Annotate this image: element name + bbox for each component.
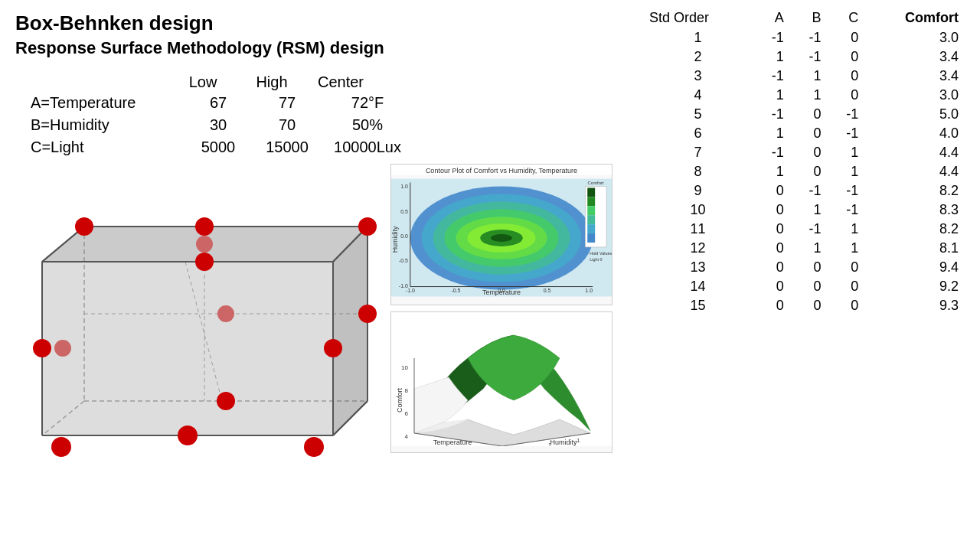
param-center-temp: 72°F <box>322 94 413 112</box>
contour-plot-svg: Temperature Humidity -1.0 -0.5 0.0 0.5 1… <box>391 175 612 300</box>
param-label-temp: A=Temperature <box>31 94 184 112</box>
table-row: 11 0 -1 1 8.2 <box>643 220 965 239</box>
table-row: 14 0 0 0 9.2 <box>643 277 965 296</box>
param-high-temp: 77 <box>253 94 322 112</box>
svg-text:0.5: 0.5 <box>400 209 408 214</box>
svg-text:Temperature: Temperature <box>433 439 472 446</box>
svg-point-34 <box>75 217 93 236</box>
surface-plot-container: 4 6 8 10 Comfort Temperature Humidity -1… <box>390 311 612 453</box>
svg-text:1: 1 <box>548 442 551 446</box>
subtitle-bold: design <box>330 38 384 57</box>
cell-b: 0 <box>790 296 828 315</box>
cell-comfort: 5.0 <box>864 105 965 124</box>
table-row: 2 1 -1 0 3.4 <box>643 47 965 67</box>
cell-b: 0 <box>790 143 828 162</box>
cell-comfort: 9.2 <box>864 277 965 296</box>
cell-c: 0 <box>827 47 864 67</box>
cell-c: 1 <box>827 162 864 181</box>
cell-std: 15 <box>643 296 753 315</box>
cell-std: 2 <box>643 47 753 67</box>
svg-point-38 <box>54 340 71 357</box>
cell-c: 0 <box>827 277 864 296</box>
param-low-light: 5000 <box>184 139 253 156</box>
table-row: 10 0 1 -1 8.3 <box>643 201 965 220</box>
svg-text:1.0: 1.0 <box>585 289 593 294</box>
table-row: 7 -1 0 1 4.4 <box>643 143 965 162</box>
cell-std: 12 <box>643 239 753 258</box>
svg-point-33 <box>51 437 71 457</box>
cell-b: -1 <box>790 220 828 239</box>
cell-std: 3 <box>643 67 753 86</box>
cell-c: 0 <box>827 67 864 86</box>
svg-text:-0.5: -0.5 <box>399 258 408 263</box>
param-low-hum: 30 <box>184 116 253 134</box>
param-center-hum: 50% <box>322 116 413 134</box>
svg-point-39 <box>324 339 342 357</box>
main-container: Box-Behnken design Response Surface Meth… <box>0 0 980 551</box>
svg-point-29 <box>195 253 214 271</box>
cell-c: 1 <box>827 239 864 258</box>
cell-b: 0 <box>790 162 828 181</box>
table-row: 6 1 0 -1 4.0 <box>643 124 965 143</box>
cell-comfort: 3.0 <box>864 28 965 47</box>
params-table: Low High Center A=Temperature 67 77 72°F… <box>31 73 612 156</box>
subtitle-normal: Response Surface Methodology (RSM) <box>15 38 330 57</box>
svg-text:-1.0: -1.0 <box>399 283 408 289</box>
cell-c: -1 <box>827 181 864 201</box>
col-header-std: Std Order <box>643 8 753 28</box>
param-center-light: 10000Lux <box>322 139 413 156</box>
svg-text:Comfort: Comfort <box>588 181 604 185</box>
cell-std: 10 <box>643 201 753 220</box>
cell-c: 1 <box>827 220 864 239</box>
box-area <box>15 164 383 462</box>
cell-a: 0 <box>753 220 790 239</box>
cell-comfort: 8.2 <box>864 181 965 201</box>
col-header-a: A <box>753 8 790 28</box>
svg-text:10: 10 <box>401 364 408 371</box>
cell-c: -1 <box>827 201 864 220</box>
svg-text:-0.5: -0.5 <box>451 289 460 294</box>
plots-area: Contour Plot of Comfort vs Humidity, Tem… <box>390 164 612 462</box>
contour-plot-container: Contour Plot of Comfort vs Humidity, Tem… <box>390 164 612 305</box>
cell-b: 0 <box>790 105 828 124</box>
data-table: Std Order A B C Comfort 1 -1 -1 0 3.0 2 … <box>643 8 965 315</box>
header-center: Center <box>306 73 375 91</box>
cell-comfort: 3.0 <box>864 86 965 105</box>
cell-comfort: 4.4 <box>864 162 965 181</box>
svg-text:4: 4 <box>405 433 409 440</box>
col-header-b: B <box>790 8 828 28</box>
col-header-c: C <box>827 8 864 28</box>
param-high-light: 15000 <box>253 139 322 156</box>
param-label-hum: B=Humidity <box>31 116 184 134</box>
cell-a: 1 <box>753 124 790 143</box>
left-panel: Box-Behnken design Response Surface Meth… <box>0 0 628 551</box>
cell-c: 0 <box>827 86 864 105</box>
table-row: 8 1 0 1 4.4 <box>643 162 965 181</box>
cell-b: -1 <box>790 47 828 67</box>
cell-a: 1 <box>753 47 790 67</box>
header-low: Low <box>168 73 237 91</box>
table-row: 5 -1 0 -1 5.0 <box>643 105 965 124</box>
cell-b: 0 <box>790 124 828 143</box>
svg-text:Hold Values: Hold Values <box>590 251 612 256</box>
cell-std: 14 <box>643 277 753 296</box>
cell-b: 0 <box>790 258 828 277</box>
param-row-humidity: B=Humidity 30 70 50% <box>31 116 612 134</box>
table-row: 13 0 0 0 9.4 <box>643 258 965 277</box>
cell-comfort: 9.3 <box>864 296 965 315</box>
svg-point-36 <box>178 425 198 445</box>
svg-marker-18 <box>333 227 368 435</box>
svg-text:8: 8 <box>405 387 409 394</box>
cell-b: 1 <box>790 67 828 86</box>
cell-c: 1 <box>827 143 864 162</box>
cell-b: 1 <box>790 201 828 220</box>
cell-a: -1 <box>753 67 790 86</box>
cell-c: 0 <box>827 296 864 315</box>
cell-a: 0 <box>753 181 790 201</box>
cell-a: 0 <box>753 239 790 258</box>
cell-b: -1 <box>790 181 828 201</box>
svg-text:Light 0: Light 0 <box>590 257 602 262</box>
params-header: Low High Center <box>168 73 612 91</box>
param-row-temperature: A=Temperature 67 77 72°F <box>31 94 612 112</box>
svg-text:0.0: 0.0 <box>498 289 505 294</box>
